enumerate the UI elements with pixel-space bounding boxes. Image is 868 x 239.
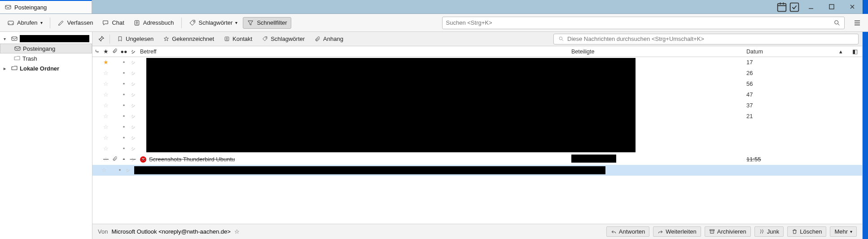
- reply-button[interactable]: Antworten: [606, 226, 650, 237]
- star-contact-icon[interactable]: ☆: [234, 228, 240, 235]
- tab-posteingang[interactable]: Posteingang: [0, 0, 92, 13]
- col-sort-indicator[interactable]: ▴: [833, 48, 848, 55]
- svg-point-12: [226, 38, 228, 39]
- col-star-icon[interactable]: ★: [101, 48, 110, 55]
- window-minimize[interactable]: [801, 0, 821, 14]
- star-icon[interactable]: ☆: [101, 91, 110, 98]
- folder-inbox[interactable]: Posteingang: [0, 44, 92, 53]
- redacted-participant: [571, 155, 616, 163]
- col-picker[interactable]: ◧: [848, 48, 862, 55]
- svg-point-8: [835, 20, 838, 24]
- qf-search-box[interactable]: [553, 34, 859, 44]
- delete-badge-icon: ✕: [140, 156, 146, 163]
- mail-account-icon: [11, 35, 18, 42]
- pin-filter-button[interactable]: [96, 34, 106, 44]
- column-headers[interactable]: ⤷ ★ ●● ㇱ Betreff Beteiligte Datum ▴ ◧: [92, 46, 862, 57]
- star-icon[interactable]: ☆: [101, 102, 110, 109]
- paperclip-icon: [110, 156, 119, 163]
- svg-rect-0: [5, 5, 11, 9]
- account-row[interactable]: ▾: [0, 34, 92, 44]
- tag-icon: [189, 19, 196, 27]
- local-folders[interactable]: ▸ Lokale Ordner: [0, 63, 92, 73]
- star-icon: [162, 35, 170, 43]
- compose-button[interactable]: Verfassen: [54, 18, 97, 28]
- main-toolbar: Abrufen ▾ Verfassen Chat Adressbuch Schl…: [0, 14, 868, 32]
- pencil-icon: [57, 19, 65, 27]
- chat-button[interactable]: Chat: [98, 18, 127, 28]
- star-icon[interactable]: ☆: [101, 70, 110, 76]
- svg-point-13: [266, 38, 266, 38]
- forward-button[interactable]: Weiterleiten: [653, 226, 701, 237]
- svg-point-6: [136, 22, 137, 23]
- chevron-down-icon: ▾: [235, 20, 237, 25]
- qf-tags[interactable]: Schlagwörter: [259, 35, 307, 44]
- svg-point-7: [193, 21, 194, 22]
- download-icon: [7, 19, 14, 27]
- quickfilter-toggle[interactable]: Schnellfilter: [243, 17, 291, 29]
- table-row-selected[interactable]: ☆ • ㇱ: [92, 165, 862, 176]
- calendar-icon[interactable]: [776, 0, 788, 14]
- qf-contact[interactable]: Kontakt: [220, 35, 255, 44]
- titlebar-drag-area[interactable]: [92, 0, 776, 13]
- message-list[interactable]: ★ •ㇱ 17 ☆ •ㇱ 26 ☆ •ㇱ 56 ☆ •ㇱ 47: [92, 57, 862, 224]
- addressbook-button[interactable]: Adressbuch: [130, 18, 178, 28]
- global-search-input[interactable]: [446, 19, 830, 26]
- tags-button[interactable]: Schlagwörter ▾: [185, 18, 241, 28]
- mail-icon: [4, 4, 12, 11]
- paperclip-icon: [314, 35, 321, 43]
- inbox-icon: [14, 45, 21, 52]
- star-icon[interactable]: ☆: [100, 167, 108, 173]
- search-icon: [557, 35, 565, 43]
- col-date[interactable]: Datum: [744, 49, 833, 55]
- qf-flagged[interactable]: Gekennzeichnet: [160, 35, 217, 44]
- archive-button[interactable]: Archivieren: [705, 226, 751, 237]
- chevron-down-icon[interactable]: ▾: [4, 36, 9, 41]
- app-menu-button[interactable]: [850, 16, 864, 30]
- folder-tree: ▾ Posteingang Trash ▸ Lokale Ordner: [0, 32, 92, 239]
- message-header-bar: Von Microsoft Outlook <noreply@rwth-aach…: [92, 224, 862, 239]
- qf-search-input[interactable]: [567, 35, 855, 42]
- side-app-strip[interactable]: [863, 32, 868, 239]
- svg-rect-9: [12, 37, 17, 40]
- chat-icon: [102, 19, 109, 27]
- tab-label: Posteingang: [14, 4, 47, 11]
- more-button[interactable]: Mehr▾: [830, 226, 857, 237]
- col-junk-icon[interactable]: ㇱ: [128, 49, 137, 55]
- svg-rect-1: [778, 3, 786, 11]
- window-maximize[interactable]: [821, 0, 842, 14]
- window-close[interactable]: [842, 0, 863, 14]
- col-thread-icon[interactable]: ⤷: [92, 48, 101, 55]
- star-icon[interactable]: ☆: [101, 134, 110, 141]
- search-icon[interactable]: [833, 19, 841, 27]
- col-attach-icon[interactable]: [110, 48, 119, 55]
- delete-button[interactable]: Löschen: [787, 226, 826, 237]
- get-mail-button[interactable]: Abrufen ▾: [4, 18, 46, 28]
- quick-filter-bar: Ungelesen Gekennzeichnet Kontakt Schlagw…: [92, 32, 862, 46]
- col-participants[interactable]: Beteiligte: [569, 49, 744, 55]
- star-icon[interactable]: ☆: [101, 124, 110, 130]
- qf-unread[interactable]: Ungelesen: [114, 35, 156, 44]
- global-search[interactable]: [442, 17, 845, 29]
- junk-button[interactable]: Junk: [754, 226, 784, 237]
- side-app-strip-top: [863, 0, 868, 14]
- star-icon[interactable]: ☆: [101, 145, 110, 152]
- svg-rect-15: [710, 230, 714, 230]
- folder-trash[interactable]: Trash: [0, 53, 92, 63]
- qf-attachment[interactable]: Anhang: [311, 35, 346, 44]
- from-label: Von: [98, 228, 108, 235]
- svg-rect-2: [790, 3, 799, 11]
- chevron-right-icon[interactable]: ▸: [4, 66, 9, 71]
- col-subject[interactable]: Betreff: [137, 49, 569, 55]
- table-row-deleted[interactable]: ☆ • ㇱ ✕ Screenshots Thunderbird Ubuntu 1…: [92, 154, 862, 165]
- star-icon[interactable]: ☆: [101, 113, 110, 120]
- star-icon[interactable]: ☆: [101, 80, 110, 87]
- tasks-icon[interactable]: [788, 0, 801, 14]
- bookmark-icon: [116, 35, 123, 43]
- star-icon[interactable]: ★: [101, 59, 110, 66]
- folder-icon: [11, 65, 18, 72]
- tag-icon: [261, 35, 268, 43]
- redacted-block: [146, 58, 636, 152]
- col-read-icon[interactable]: ●●: [119, 49, 128, 55]
- chevron-down-icon[interactable]: ▾: [40, 20, 43, 25]
- star-icon[interactable]: ☆: [101, 156, 110, 163]
